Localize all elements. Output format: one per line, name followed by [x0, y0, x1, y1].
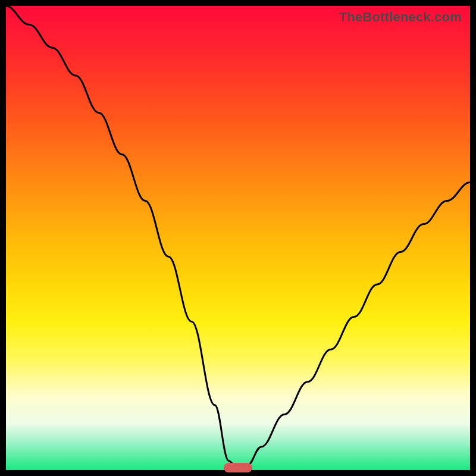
bottleneck-curve	[6, 6, 470, 470]
chart-container: TheBottleneck.com	[0, 0, 476, 476]
minimum-marker	[224, 463, 252, 472]
plot-area: TheBottleneck.com	[6, 6, 470, 470]
curve-svg	[6, 6, 470, 470]
